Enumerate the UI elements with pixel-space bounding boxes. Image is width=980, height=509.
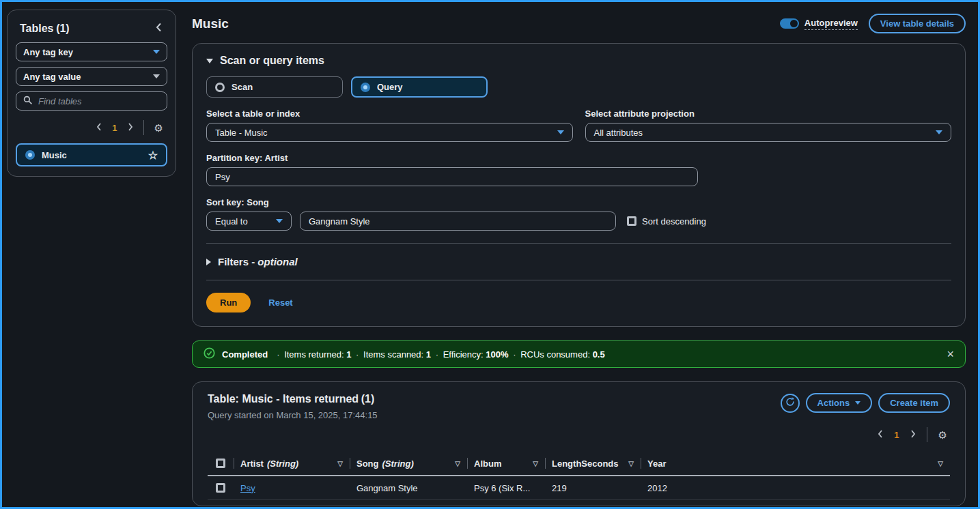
metric-label: Items returned: — [284, 349, 344, 360]
close-icon[interactable]: × — [947, 348, 954, 360]
sort-condition-select[interactable]: Equal to — [206, 212, 292, 231]
preferences-button[interactable]: ⚙ — [937, 428, 949, 441]
filters-section-header[interactable]: Filters - optional — [206, 256, 951, 267]
current-page-number[interactable]: 1 — [894, 430, 899, 440]
column-type: (String) — [382, 459, 414, 469]
refresh-button[interactable] — [781, 394, 800, 413]
metric-label: RCUs consumed: — [520, 349, 590, 360]
column-label: LengthSeconds — [552, 459, 619, 469]
run-button-label: Run — [220, 297, 237, 308]
sort-icon[interactable]: ▽ — [938, 460, 943, 467]
success-check-icon — [204, 347, 215, 361]
cell-song: Gangnam Style — [350, 483, 467, 493]
chevron-down-icon — [855, 401, 860, 405]
chevron-right-icon — [910, 430, 916, 440]
results-count: (1) — [361, 393, 375, 405]
sort-descending-label: Sort descending — [642, 216, 706, 227]
scan-mode-tile[interactable]: Scan — [206, 76, 343, 98]
column-header-year[interactable]: Year ▽ — [641, 452, 950, 475]
actions-button[interactable]: Actions — [806, 393, 873, 413]
item-link[interactable]: Psy — [240, 483, 255, 493]
table-row[interactable]: Psy Gangnam Style Psy 6 (Six R... 219 20… — [208, 476, 950, 500]
divider — [927, 427, 927, 442]
table-header-row: Artist (String) ▽ Song (String) ▽ Album … — [208, 452, 950, 476]
radio-selected-icon[interactable] — [25, 150, 35, 160]
find-tables-search[interactable] — [16, 91, 167, 111]
select-all-cell — [208, 459, 234, 468]
run-button[interactable]: Run — [206, 293, 251, 312]
next-page-button[interactable] — [126, 121, 135, 134]
query-mode-label: Query — [377, 82, 403, 92]
column-header-lengthseconds[interactable]: LengthSeconds ▽ — [545, 452, 641, 475]
current-page-number[interactable]: 1 — [112, 123, 117, 133]
table-index-label: Select a table or index — [206, 108, 573, 119]
separator: · — [356, 349, 359, 360]
create-item-button-label: Create item — [890, 398, 938, 408]
sidebar-title: Tables (1) — [20, 23, 70, 35]
metric-value: 1 — [426, 349, 431, 360]
scan-query-section-header[interactable]: Scan or query items — [206, 55, 951, 67]
sort-descending-group[interactable]: Sort descending — [627, 216, 706, 227]
sort-icon[interactable]: ▽ — [337, 460, 343, 467]
partition-key-field — [206, 167, 698, 186]
divider — [143, 120, 144, 135]
sort-icon[interactable]: ▽ — [533, 460, 538, 467]
autopreview-toggle-group[interactable]: Autopreview — [780, 18, 858, 30]
column-label: Year — [647, 459, 666, 469]
chevron-left-icon — [156, 23, 162, 34]
sort-icon[interactable]: ▽ — [628, 460, 634, 467]
star-icon[interactable]: ☆ — [148, 149, 158, 162]
column-label: Song — [356, 459, 379, 469]
chevron-left-icon — [96, 123, 102, 133]
tag-value-select[interactable]: Any tag value — [16, 67, 167, 86]
page-title: Music — [192, 16, 229, 31]
sidebar-collapse-button[interactable] — [154, 21, 163, 35]
chevron-down-icon — [153, 50, 160, 54]
reset-button[interactable]: Reset — [268, 297, 292, 308]
sort-icon[interactable]: ▽ — [455, 460, 460, 467]
column-label: Album — [474, 459, 501, 469]
results-pagination: 1 ⚙ — [208, 420, 950, 445]
column-header-album[interactable]: Album ▽ — [467, 452, 545, 475]
next-page-button[interactable] — [909, 428, 917, 441]
reset-button-label: Reset — [268, 297, 292, 308]
projection-label: Select attribute projection — [585, 108, 952, 119]
column-header-artist[interactable]: Artist (String) ▽ — [234, 452, 350, 475]
table-index-select[interactable]: Table - Music — [206, 123, 573, 142]
checkbox-unchecked-icon[interactable] — [216, 459, 225, 468]
previous-page-button[interactable] — [876, 428, 884, 441]
sort-key-input[interactable] — [309, 216, 607, 227]
view-table-details-button[interactable]: View table details — [869, 14, 966, 33]
checkbox-unchecked-icon[interactable] — [216, 483, 225, 493]
sort-key-label: Sort key: Song — [206, 197, 951, 207]
query-timestamp: Query started on March 15, 2025, 17:44:1… — [208, 410, 378, 420]
gear-icon: ⚙ — [154, 123, 163, 133]
partition-key-label: Partition key: Artist — [206, 153, 951, 163]
table-index-value: Table - Music — [215, 128, 268, 138]
previous-page-button[interactable] — [95, 121, 103, 134]
metric-label: Efficiency: — [443, 349, 484, 360]
column-label: Artist — [240, 459, 264, 469]
scan-mode-label: Scan — [232, 82, 253, 92]
tables-count: (1) — [56, 23, 70, 34]
tag-key-select-value: Any tag key — [23, 47, 73, 57]
cell-lengthseconds: 219 — [545, 483, 641, 493]
tables-sidebar: Tables (1) Any tag key Any tag value 1 ⚙ — [7, 10, 176, 177]
column-type: (String) — [267, 459, 298, 469]
query-status-banner: Completed · Items returned: 1 · Items sc… — [192, 340, 966, 368]
tag-key-select[interactable]: Any tag key — [16, 42, 167, 61]
table-item-label: Music — [42, 150, 67, 160]
chevron-right-icon — [128, 123, 133, 133]
query-mode-tile[interactable]: Query — [351, 76, 488, 98]
create-item-button[interactable]: Create item — [878, 393, 950, 413]
column-header-song[interactable]: Song (String) ▽ — [350, 452, 467, 475]
sidebar-item-music[interactable]: Music ☆ — [16, 143, 167, 166]
chevron-down-icon — [936, 130, 942, 134]
preferences-button[interactable]: ⚙ — [153, 121, 165, 134]
checkbox-unchecked-icon[interactable] — [627, 216, 636, 226]
search-input[interactable] — [38, 96, 154, 106]
partition-key-input[interactable] — [215, 172, 689, 182]
projection-select[interactable]: All attributes — [585, 123, 952, 142]
refresh-icon — [785, 397, 795, 409]
toggle-on-icon[interactable] — [780, 18, 799, 29]
